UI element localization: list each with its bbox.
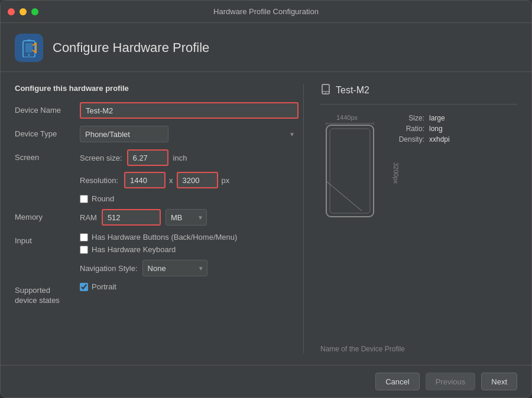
device-preview-icon — [320, 84, 331, 97]
main-window: Hardware Profile Configuration Configure… — [0, 0, 532, 398]
traffic-lights — [8, 8, 38, 15]
size-key: Size: — [395, 114, 424, 122]
supported-states-label: Supporteddevice states — [15, 282, 80, 306]
device-name-control — [80, 102, 299, 119]
next-button[interactable]: Next — [481, 373, 517, 390]
caption-text: Name of the Device Profile — [320, 345, 405, 353]
ram-input[interactable] — [102, 209, 161, 226]
svg-rect-3 — [27, 40, 31, 41]
page-header: Configure Hardware Profile — [1, 23, 531, 72]
memory-row: Memory RAM MB GB ▼ — [15, 209, 299, 227]
spec-ratio-row: Ratio: long — [395, 125, 517, 133]
resolution-x: x — [169, 176, 173, 185]
px-top-label: 1440px — [336, 114, 358, 121]
ram-unit-select-wrapper: MB GB ▼ — [166, 209, 207, 226]
device-specs: Size: large Ratio: long Density: xxhdpi — [395, 114, 517, 146]
screen-size-row: Screen size: inch — [80, 149, 299, 166]
resolution-width-input[interactable] — [124, 172, 166, 188]
right-panel: Test-M2 1440px — [309, 84, 517, 353]
svg-point-2 — [28, 54, 30, 56]
hardware-keyboard-label[interactable]: Has Hardware Keyboard — [80, 245, 299, 254]
portrait-checkbox[interactable] — [80, 283, 88, 291]
round-checkbox[interactable] — [80, 195, 88, 203]
device-type-select-wrapper: Phone/Tablet Tablet TV Wear OS Desktop ▼ — [80, 126, 299, 142]
resolution-row: Resolution: x px — [80, 172, 299, 188]
device-preview-name: Test-M2 — [336, 85, 369, 96]
device-name-input[interactable] — [80, 102, 299, 119]
memory-label: Memory — [15, 209, 80, 221]
ratio-value: long — [429, 125, 443, 133]
svg-point-6 — [325, 92, 326, 93]
screen-size-unit: inch — [173, 154, 187, 162]
density-value: xxhdpi — [429, 135, 450, 143]
hardware-buttons-label[interactable]: Has Hardware Buttons (Back/Home/Menu) — [80, 233, 299, 242]
phone-diagram: 1440px — [320, 114, 385, 224]
hardware-buttons-text: Has Hardware Buttons (Back/Home/Menu) — [92, 233, 237, 242]
memory-inner-row: RAM MB GB ▼ — [80, 209, 299, 226]
screen-control: Screen size: inch Resolution: x px — [80, 149, 299, 203]
ratio-key: Ratio: — [395, 125, 424, 133]
nav-style-row: Navigation Style: None Gesture 3-button … — [80, 260, 299, 276]
portrait-label: Portrait — [92, 282, 116, 291]
resolution-unit: px — [222, 176, 230, 185]
window-title: Hardware Profile Configuration — [213, 7, 319, 16]
svg-line-9 — [326, 181, 362, 211]
screen-row: Screen Screen size: inch Resolution: x — [15, 149, 299, 203]
device-name-label: Device Name — [15, 102, 80, 115]
round-row: Round — [80, 194, 299, 203]
hardware-keyboard-checkbox[interactable] — [80, 246, 88, 254]
device-type-control: Phone/Tablet Tablet TV Wear OS Desktop ▼ — [80, 126, 299, 142]
close-button[interactable] — [8, 8, 15, 15]
nav-style-select-wrapper: None Gesture 3-button ▼ — [142, 260, 207, 276]
svg-rect-1 — [25, 43, 33, 53]
previous-button[interactable]: Previous — [426, 373, 476, 390]
input-row: Input Has Hardware Buttons (Back/Home/Me… — [15, 233, 299, 276]
size-value: large — [429, 114, 445, 122]
portrait-checkbox-label[interactable]: Portrait — [80, 282, 299, 291]
resolution-height-input[interactable] — [177, 172, 218, 188]
footer: Cancel Previous Next — [1, 365, 531, 397]
screen-size-label: Screen size: — [80, 154, 122, 162]
spec-density-row: Density: xxhdpi — [395, 135, 517, 143]
resolution-label: Resolution: — [80, 176, 118, 185]
title-bar: Hardware Profile Configuration — [1, 1, 531, 23]
screen-label: Screen — [15, 149, 80, 162]
cancel-button[interactable]: Cancel — [375, 373, 419, 390]
spec-size-row: Size: large — [395, 114, 517, 122]
screen-size-input[interactable] — [127, 149, 168, 166]
device-type-arrow-icon: ▼ — [289, 131, 295, 138]
device-name-row: Device Name — [15, 102, 299, 120]
main-content: Configure this hardware profile Device N… — [1, 72, 531, 365]
hardware-keyboard-text: Has Hardware Keyboard — [92, 245, 176, 254]
header-icon — [15, 34, 43, 62]
ram-unit-select[interactable]: MB GB — [166, 209, 207, 226]
device-type-select[interactable]: Phone/Tablet Tablet TV Wear OS Desktop — [80, 126, 168, 142]
page-title: Configure Hardware Profile — [53, 40, 209, 56]
supported-states-control: Portrait — [80, 282, 299, 291]
preview-area: 1440px — [320, 114, 517, 333]
maximize-button[interactable] — [31, 8, 38, 15]
device-preview-header: Test-M2 — [320, 84, 517, 105]
svg-rect-8 — [330, 129, 370, 213]
left-panel: Configure this hardware profile Device N… — [15, 84, 299, 353]
memory-control: RAM MB GB ▼ — [80, 209, 299, 226]
minimize-button[interactable] — [20, 8, 27, 15]
px-side-label: 3200px — [392, 162, 400, 184]
input-label: Input — [15, 233, 80, 245]
panel-divider — [303, 84, 304, 353]
input-control: Has Hardware Buttons (Back/Home/Menu) Ha… — [80, 233, 299, 276]
supported-states-row: Supporteddevice states Portrait — [15, 282, 299, 306]
nav-style-select[interactable]: None Gesture 3-button — [142, 260, 207, 276]
ram-label: RAM — [80, 213, 97, 222]
round-checkbox-label[interactable]: Round — [80, 194, 114, 203]
svg-rect-7 — [326, 125, 374, 217]
density-key: Density: — [395, 135, 424, 143]
section-title: Configure this hardware profile — [15, 84, 299, 93]
device-type-row: Device Type Phone/Tablet Tablet TV Wear … — [15, 126, 299, 143]
device-caption: Name of the Device Profile — [320, 333, 517, 353]
device-type-label: Device Type — [15, 126, 80, 138]
phone-svg — [320, 122, 385, 223]
hardware-buttons-checkbox[interactable] — [80, 233, 88, 242]
nav-style-label: Navigation Style: — [80, 264, 138, 273]
round-label: Round — [92, 194, 114, 203]
